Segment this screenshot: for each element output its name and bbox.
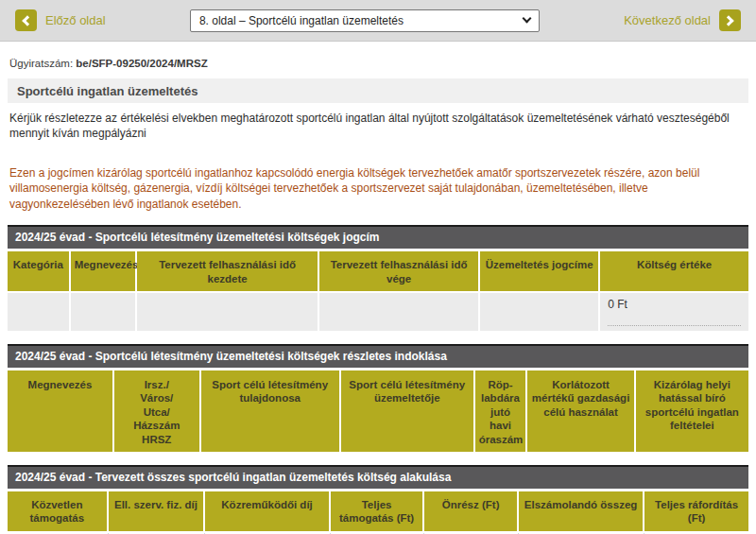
section-total-costs: 2024/25 évad - Tervezett összes sportcél… — [8, 465, 748, 534]
intro-text: Kérjük részletezze az értékelési elvekbe… — [9, 112, 747, 142]
page-nav-bar: Előző oldal 8. oldal – Sportcélú ingatla… — [0, 0, 756, 42]
column-header: Tervezett felhasználási idő vége — [319, 251, 480, 291]
cell-kategoria — [8, 293, 71, 331]
column-header: Kategória — [8, 251, 71, 291]
notice-text: Ezen a jogcímen kizárólag sportcélú inga… — [9, 165, 747, 213]
cell-jogcime — [480, 293, 600, 331]
page-select-value: 8. oldal – Sportcélú ingatlan üzemelteté… — [199, 14, 404, 27]
section-header: 2024/25 évad - Sportcélú létesítmény üze… — [8, 344, 748, 368]
table-row: 0 Ft — [8, 293, 748, 331]
column-header: Megnevezés — [8, 370, 114, 452]
column-header: Önrész (Ft) — [424, 491, 519, 531]
prev-page-label[interactable]: Előző oldal — [45, 13, 106, 27]
column-header: Röp- labdára jutó havi óraszám — [475, 370, 528, 452]
prev-page-nav[interactable]: Előző oldal — [15, 9, 106, 31]
column-header: Teljes támogatás (Ft) — [331, 491, 425, 531]
column-header: Üzemeltetés jogcíme — [480, 251, 600, 291]
next-page-label[interactable]: Következő oldal — [624, 13, 711, 27]
case-number-line: Ügyiratszám: be/SFP-09250/2024/MRSZ — [9, 58, 747, 69]
chevron-down-icon — [522, 14, 531, 24]
column-header: Ell. szerv. fiz. díj — [109, 491, 206, 531]
cell-ido-kezdete — [137, 293, 319, 331]
page-select[interactable]: 8. oldal – Sportcélú ingatlan üzemelteté… — [190, 9, 540, 32]
section-detailed-justification: 2024/25 évad - Sportcélú létesítmény üze… — [8, 344, 748, 452]
case-number-value: be/SFP-09250/2024/MRSZ — [76, 58, 207, 69]
section-header: 2024/25 évad - Tervezett összes sportcél… — [8, 465, 748, 489]
column-header: Közvetlen támogatás — [8, 491, 109, 531]
table-header-row: Kategória Megnevezés Tervezett felhaszná… — [8, 251, 748, 291]
column-header: Megnevezés — [71, 251, 138, 291]
column-header: Teljes ráfordítás (Ft) — [644, 491, 748, 531]
column-header: Korlátozott mértékű gazdasági célú haszn… — [527, 370, 635, 452]
column-header: Közreműködői díj — [205, 491, 330, 531]
column-header: Elszámolandó összeg — [519, 491, 644, 531]
cell-ido-vege — [319, 293, 480, 331]
prev-page-button[interactable] — [15, 9, 37, 31]
section-header: 2024/25 évad - Sportcélú létesítmény üze… — [8, 225, 748, 249]
column-header: Költség értéke — [600, 251, 748, 291]
next-page-nav[interactable]: Következő oldal — [624, 9, 741, 31]
case-number-label: Ügyiratszám: — [9, 58, 73, 69]
next-page-button[interactable] — [719, 9, 741, 31]
column-header: Irsz./ Város/ Utca/ Házszám HRSZ — [114, 370, 201, 452]
table-header-row: Megnevezés Irsz./ Város/ Utca/ Házszám H… — [8, 370, 748, 452]
column-header: Sport célú létesítmény üzemeltetője — [341, 370, 475, 452]
section-costs-title: 2024/25 évad - Sportcélú létesítmény üze… — [8, 225, 748, 331]
column-header: Kizárólag helyi hatással bíró sportcélú … — [636, 370, 748, 452]
column-header: Tervezett felhasználási idő kezdete — [137, 251, 319, 291]
cell-megnevezes — [71, 293, 138, 331]
page-title: Sportcélú ingatlan üzemeltetés — [8, 78, 748, 103]
chevron-right-icon — [723, 15, 733, 26]
column-header: Sport célú létesítmény tulajdonosa — [201, 370, 341, 452]
cost-value-field[interactable]: 0 Ft — [608, 298, 741, 326]
table-header-row: Közvetlen támogatás Ell. szerv. fiz. díj… — [8, 491, 748, 531]
chevron-left-icon — [22, 15, 32, 26]
cell-koltseg-erteke: 0 Ft — [600, 293, 748, 331]
